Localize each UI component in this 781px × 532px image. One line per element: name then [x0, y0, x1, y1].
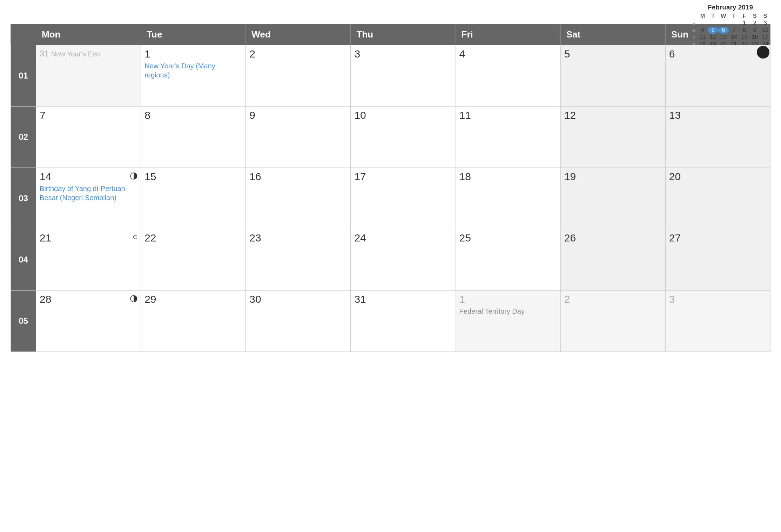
mini-day-cell[interactable]: 14: [729, 34, 739, 41]
calendar-day-cell[interactable]: 4: [456, 45, 560, 107]
calendar-day-cell[interactable]: 11: [456, 107, 560, 168]
day-number: 31: [354, 293, 366, 305]
mini-mon-header: M: [697, 13, 708, 20]
week-col-header: [11, 24, 36, 45]
mini-day-cell[interactable]: 1: [739, 20, 750, 27]
mini-day-cell[interactable]: 7: [729, 27, 739, 34]
calendar-day-cell[interactable]: 15: [141, 168, 246, 229]
day-number: 6: [669, 48, 675, 60]
day-number: 24: [354, 232, 366, 244]
day-col-header-tue: Tue: [141, 24, 246, 45]
calendar-day-cell[interactable]: 12: [560, 107, 665, 168]
mini-sat-header: S: [749, 13, 760, 20]
day-col-header-fri: Fri: [456, 24, 560, 45]
day-number: 1: [459, 293, 465, 305]
day-number: 27: [669, 232, 681, 244]
mini-day-cell[interactable]: 15: [739, 34, 750, 41]
half-moon-icon: ◑: [130, 293, 138, 303]
mini-thu-header: T: [729, 13, 739, 20]
mini-day-cell[interactable]: 10: [760, 27, 770, 34]
calendar-day-cell[interactable]: 10: [351, 107, 456, 168]
day-number: 19: [564, 171, 576, 182]
day-col-header-wed: Wed: [246, 24, 351, 45]
calendar-day-cell[interactable]: 31New Year's Eve: [36, 45, 141, 107]
day-col-header-mon: Mon: [36, 24, 141, 45]
calendar-day-cell[interactable]: 9: [246, 107, 351, 168]
calendar-day-cell[interactable]: 3: [665, 291, 770, 352]
mini-tue-header: T: [708, 13, 718, 20]
calendar-day-cell[interactable]: 13: [665, 107, 770, 168]
calendar-day-cell[interactable]: 1New Year's Day (Many regions): [141, 45, 246, 107]
mini-day-cell[interactable]: 13: [718, 34, 729, 41]
calendar-day-cell[interactable]: 16: [246, 168, 351, 229]
calendar-day-cell[interactable]: 29: [141, 291, 246, 352]
calendar-day-cell[interactable]: 27: [665, 229, 770, 291]
calendar-day-cell[interactable]: 23: [246, 229, 351, 291]
day-number: 3: [354, 48, 360, 60]
day-number: 7: [40, 109, 46, 121]
day-number: 17: [354, 171, 366, 182]
day-number: 10: [354, 109, 366, 121]
calendar-day-cell[interactable]: 17: [351, 168, 456, 229]
mini-cal-title: February 2019: [690, 4, 770, 11]
calendar-day-cell[interactable]: 18: [456, 168, 560, 229]
calendar-day-cell[interactable]: 19: [560, 168, 665, 229]
mini-day-cell[interactable]: 8: [739, 27, 750, 34]
calendar-day-cell[interactable]: 1Federal Territory Day: [456, 291, 560, 352]
mini-day-cell[interactable]: 2: [749, 20, 760, 27]
calendar-day-cell[interactable]: 21○: [36, 229, 141, 291]
mini-day-cell[interactable]: 3: [760, 20, 770, 27]
day-number: 9: [249, 109, 255, 121]
mini-day-cell[interactable]: 11: [697, 34, 708, 41]
calendar-day-cell[interactable]: 22: [141, 229, 246, 291]
day-number: 30: [249, 293, 261, 305]
day-number: 5: [564, 48, 570, 60]
mini-sun-header: S: [760, 13, 770, 20]
mini-day-cell[interactable]: 6: [718, 27, 729, 34]
mini-day-cell[interactable]: 5: [708, 27, 718, 34]
day-number: 8: [144, 109, 150, 121]
mini-day-cell[interactable]: 4: [697, 27, 708, 34]
calendar-day-cell[interactable]: 2: [560, 291, 665, 352]
mini-day-cell[interactable]: [697, 20, 708, 27]
calendar-day-cell[interactable]: 3: [351, 45, 456, 107]
day-col-header-thu: Thu: [351, 24, 456, 45]
calendar-day-cell[interactable]: 25: [456, 229, 560, 291]
mini-day-cell[interactable]: 16: [749, 34, 760, 41]
day-number: 16: [249, 171, 261, 182]
mini-day-cell[interactable]: [718, 20, 729, 27]
mini-day-cell[interactable]: 12: [708, 34, 718, 41]
calendar-day-cell[interactable]: 20: [665, 168, 770, 229]
day-number: 28: [40, 293, 51, 305]
calendar-header: [0, 0, 781, 17]
mini-day-cell[interactable]: 9: [749, 27, 760, 34]
day-number: 23: [249, 232, 261, 244]
new-moon-icon: ○: [132, 231, 138, 242]
day-number: 13: [669, 109, 681, 121]
mini-day-cell[interactable]: [729, 20, 739, 27]
calendar-day-cell[interactable]: 31: [351, 291, 456, 352]
day-number: 1: [144, 48, 150, 60]
mini-week-num: 7: [690, 34, 697, 41]
calendar-day-cell[interactable]: 5: [560, 45, 665, 107]
mini-day-cell[interactable]: 17: [760, 34, 770, 41]
calendar-day-cell[interactable]: 26: [560, 229, 665, 291]
mini-day-cell[interactable]: [708, 20, 718, 27]
full-moon-icon: [757, 46, 769, 59]
event-label: Federal Territory Day: [459, 307, 557, 316]
calendar-day-cell[interactable]: 8: [141, 107, 246, 168]
mini-wed-header: W: [718, 13, 729, 20]
day-number: 20: [669, 171, 681, 182]
week-number-cell: 02: [11, 107, 36, 168]
event-label: Birthday of Yang di-Pertuan Besar (Neger…: [40, 184, 137, 202]
day-number: 11: [459, 109, 471, 121]
calendar-day-cell[interactable]: 28◑: [36, 291, 141, 352]
calendar-day-cell[interactable]: 14Birthday of Yang di-Pertuan Besar (Neg…: [36, 168, 141, 229]
day-number: 14: [40, 171, 51, 182]
calendar-day-cell[interactable]: 2: [246, 45, 351, 107]
calendar-day-cell[interactable]: 30: [246, 291, 351, 352]
calendar-day-cell[interactable]: 7: [36, 107, 141, 168]
calendar-day-cell[interactable]: 6: [665, 45, 770, 107]
day-number: 12: [564, 109, 576, 121]
calendar-day-cell[interactable]: 24: [351, 229, 456, 291]
